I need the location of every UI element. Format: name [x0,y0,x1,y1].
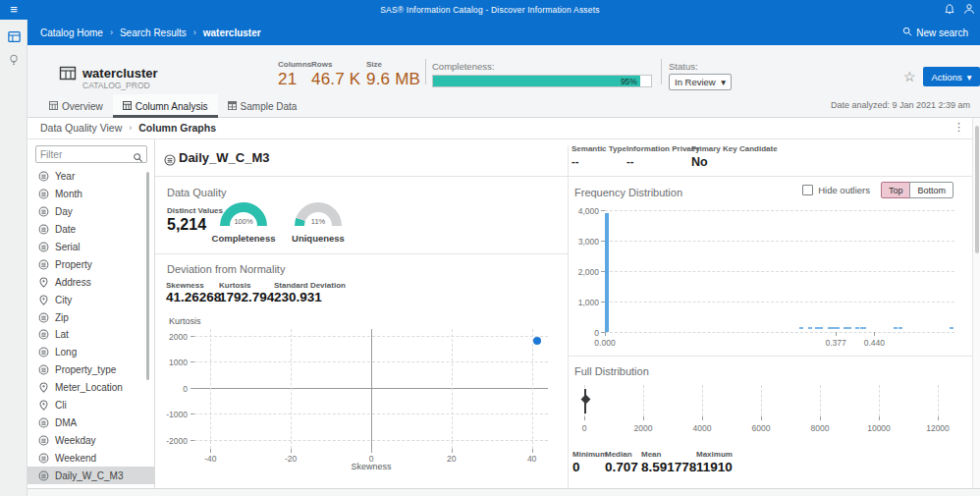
window-bottom-strip [27,488,980,496]
sidebar-item-date[interactable]: Date [27,221,155,239]
sidebar-item-day[interactable]: Day [27,203,155,221]
gridline-v [291,329,292,449]
sidebar-item-address[interactable]: Address [27,273,155,291]
x-tick-label: 20 [437,454,466,464]
x-tick [532,449,533,453]
vertical-scrollbar-thumb[interactable] [975,126,979,253]
semantic-type-value: -- [572,155,578,167]
sidebar-item-label: Lat [55,329,69,340]
outlier-mark [898,327,902,329]
char-type-icon [38,295,49,305]
completeness-fill: 95% [433,76,640,86]
x-tick [874,332,875,336]
selected-column-header: Daily_W_C_M3 Semantic Type -- Informatio… [155,139,972,177]
divider [661,59,662,84]
sidebar-item-zip[interactable]: Zip [27,308,155,326]
maximum-value: 11910 [696,460,733,474]
sidebar-item-label: Cli [55,400,67,411]
sidebar-item-weekend[interactable]: Weekend [27,449,155,467]
sidebar-item-property[interactable]: Property [27,255,155,273]
boxplot-box [580,395,590,405]
numeric-type-icon [38,347,49,358]
deviation-title: Deviation from Normality [167,263,285,275]
sidebar-item-meter_location[interactable]: Meter_Location [27,379,155,397]
numeric-type-icon [164,152,176,170]
filter-box [35,145,147,163]
median-label: Median [605,450,632,459]
sidebar-item-serial[interactable]: Serial [27,239,155,256]
mean-label: Mean [641,450,661,459]
catalog-rail-icon[interactable] [6,29,22,45]
view-parent-link[interactable]: Data Quality View [40,122,122,134]
more-options-icon[interactable]: ⋮ [953,121,964,134]
user-profile-icon[interactable] [963,1,975,19]
menu-icon[interactable]: ≡ [0,0,27,20]
x-tick-label: 0 [356,454,386,464]
tab-sample-data[interactable]: Sample Data [218,94,307,118]
sidebar-item-year[interactable]: Year [27,168,155,186]
numeric-type-icon [38,189,49,199]
y-tick [601,210,605,211]
new-search-button[interactable]: New search [902,20,968,45]
sidebar-item-label: Property [55,259,92,270]
numeric-type-icon [38,417,49,428]
actions-button[interactable]: Actions ▾ [923,67,980,86]
table-icon [228,101,237,112]
notifications-bell-icon[interactable] [945,1,954,19]
sidebar-item-property_type[interactable]: Property_type [27,361,155,379]
uniqueness-gauge: 11% [295,202,342,226]
numeric-type-icon [38,242,49,252]
asset-type-icon: * [59,65,77,86]
gridline-v [643,385,644,416]
sidebar-item-long[interactable]: Long [27,344,155,361]
sidebar-item-month[interactable]: Month [27,186,155,203]
x-tick [879,416,880,420]
gridline-h [605,332,954,333]
fulldist-chart: 020004000600080001000012000 [569,379,972,440]
numeric-type-icon [38,259,49,270]
breadcrumb-search-results[interactable]: Search Results [120,28,187,38]
x-tick-label: 6000 [743,423,779,433]
sidebar-item-lat[interactable]: Lat [27,326,155,344]
sidebar-item-dma[interactable]: DMA [27,413,155,431]
sidebar-item-label: Property_type [55,364,116,375]
x-tick-label: 0 [567,423,602,433]
semantic-type-label: Semantic Type [572,144,626,153]
gridline-v [761,385,762,416]
x-tick [584,416,585,420]
asset-library: CATALOG_PROD [82,81,150,90]
view-breadcrumb: Data Quality View › Column Graphs [40,122,216,134]
vertical-scrollbar[interactable] [972,118,980,488]
sidebar-item-label: Meter_Location [55,382,123,393]
size-stat-value: 9.6 MB [366,70,420,89]
sidebar-item-cli[interactable]: Cli [27,397,155,414]
sidebar-item-weekday[interactable]: Weekday [27,431,155,449]
filter-input[interactable] [40,147,131,161]
sidebar-item-daily_w_c_m3[interactable]: Daily_W_C_M3 [27,467,155,484]
x-tick-label: 12000 [920,423,955,433]
status-select[interactable]: In Review ▾ [669,74,732,90]
numeric-type-icon [38,171,49,182]
sidebar-item-city[interactable]: City [27,291,155,308]
search-icon [133,149,143,167]
suggestions-rail-icon[interactable] [6,53,22,69]
tab-overview[interactable]: Overview [39,94,113,118]
favorite-star-icon[interactable]: ☆ [903,69,916,84]
rows-stat-label: Rows [311,60,332,69]
tabs: Overview Column Analysis Sample Data [39,94,306,118]
x-tick-label: 40 [517,454,547,464]
left-app-rail [0,20,27,496]
breadcrumb: Catalog Home › Search Results › waterclu… [40,20,261,45]
x-tick [938,416,939,420]
date-analyzed: Date analyzed: 9 Jan 2021 2:39 am [831,100,970,110]
divider [425,59,426,84]
information-privacy-value: -- [626,155,633,167]
y-tick [191,361,194,362]
x-tick-label: 0.377 [820,338,851,348]
tab-column-analysis[interactable]: Column Analysis [113,94,218,118]
app-title: SAS® Information Catalog - Discover Info… [98,0,882,20]
breadcrumb-current-asset[interactable]: watercluster [203,28,261,38]
sidebar-scrollbar-thumb[interactable] [146,172,149,380]
x-tick [210,449,211,453]
breadcrumb-catalog-home[interactable]: Catalog Home [40,28,103,38]
